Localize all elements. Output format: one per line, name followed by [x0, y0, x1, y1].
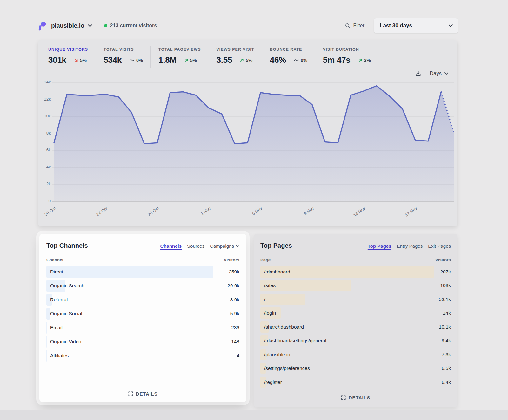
pages-list: /:dashboard 207k /sites 108k / 53.1k /lo… — [260, 265, 451, 389]
bar-track — [260, 280, 434, 291]
window-bottom-edge — [0, 410, 508, 420]
row-label: /sites — [260, 283, 276, 288]
bar-track — [46, 322, 213, 334]
tab-exit-pages[interactable]: Exit Pages — [428, 243, 451, 249]
tab-top-pages[interactable]: Top Pages — [368, 243, 391, 249]
chevron-down-icon — [88, 24, 92, 27]
bar-track — [46, 266, 213, 278]
row-value: 5.9k — [230, 311, 239, 317]
row-value: 24k — [443, 310, 451, 316]
plausible-logo-icon — [38, 21, 47, 31]
plausible-dashboard: plausible.io 213 current visitors Filter… — [0, 0, 508, 420]
table-row[interactable]: Organic Video 148 — [46, 335, 239, 349]
col-key: Page — [260, 258, 271, 262]
row-label: Organic Video — [46, 339, 81, 345]
row-value: 236 — [231, 325, 239, 331]
expand-icon — [341, 395, 346, 400]
bar-track — [46, 294, 213, 306]
filter-label: Filter — [353, 23, 364, 29]
row-value: 6.5k — [442, 365, 451, 371]
date-range-label: Last 30 days — [380, 23, 412, 29]
row-label: /plausible.io — [260, 352, 290, 358]
top-channels-card: Top Channels Channels Sources Campaigns … — [39, 234, 246, 402]
table-row[interactable]: Direct 259k — [46, 265, 239, 279]
card-header: Top Channels Channels Sources Campaigns — [46, 242, 239, 249]
table-row[interactable]: /:dashboard 207k — [260, 265, 451, 279]
row-value: 10.1k — [439, 324, 451, 330]
bar-track — [260, 307, 434, 319]
row-label: /share/:dashboard — [260, 324, 304, 330]
table-row[interactable]: Organic Search 29.9k — [46, 279, 239, 293]
table-row[interactable]: /share/:dashboard 10.1k — [260, 320, 451, 334]
row-label: /register — [260, 379, 282, 385]
row-label: Direct — [46, 269, 63, 275]
tab-channels[interactable]: Channels — [160, 243, 182, 249]
channels-tabs: Channels Sources Campaigns — [160, 243, 239, 249]
row-value: 207k — [440, 269, 451, 275]
row-label: Organic Search — [46, 283, 84, 289]
table-row[interactable]: /sites 108k — [260, 279, 451, 293]
chevron-down-icon — [449, 24, 453, 27]
table-row[interactable]: Referral 8.9k — [46, 293, 239, 307]
col-key: Channel — [46, 258, 63, 262]
table-row[interactable]: /settings/preferences 6.5k — [260, 362, 451, 376]
table-row[interactable]: /:dashboard/settings/general 9.4k — [260, 334, 451, 348]
row-value: 29.9k — [227, 283, 239, 289]
row-value: 8.9k — [230, 297, 239, 303]
expand-icon — [128, 391, 133, 396]
bar-track — [260, 377, 434, 388]
topbar: plausible.io 213 current visitors Filter… — [38, 17, 458, 34]
row-label: Email — [46, 325, 63, 331]
row-value: 108k — [440, 283, 451, 288]
row-label: Affiliates — [46, 353, 69, 358]
channels-list: Direct 259k Organic Search 29.9k Referra… — [46, 265, 239, 363]
site-switcher[interactable]: plausible.io — [51, 22, 92, 29]
site-name: plausible.io — [51, 22, 84, 29]
col-value: Visitors — [224, 258, 239, 262]
filter-button[interactable]: Filter — [345, 23, 364, 29]
details-label: DETAILS — [136, 391, 157, 397]
row-label: Organic Social — [46, 311, 82, 317]
row-value: 148 — [231, 339, 239, 345]
pages-tabs: Top Pages Entry Pages Exit Pages — [368, 243, 451, 249]
date-range-picker[interactable]: Last 30 days — [374, 18, 458, 33]
table-row[interactable]: /login 24k — [260, 306, 451, 320]
row-label: /settings/preferences — [260, 365, 310, 371]
row-label: Referral — [46, 297, 68, 303]
bar-track — [46, 350, 213, 362]
chart-plot-area — [54, 82, 454, 201]
table-row[interactable]: / 53.1k — [260, 292, 451, 306]
card-title: Top Pages — [260, 242, 292, 249]
table-row[interactable]: Email 236 — [46, 321, 239, 335]
row-value: 53.1k — [439, 297, 451, 302]
channels-details-button[interactable]: DETAILS — [39, 391, 246, 397]
visitors-chart[interactable]: 02k4k6k8k10k12k14k 20 Oct24 Oct28 Oct1 N… — [38, 40, 457, 226]
row-value: 4 — [237, 353, 239, 358]
row-label: /:dashboard — [260, 269, 290, 275]
table-row[interactable]: Affiliates 4 — [46, 349, 239, 363]
table-row[interactable]: Organic Social 5.9k — [46, 307, 239, 321]
row-value: 7.3k — [442, 352, 451, 358]
visitors-line-svg — [54, 82, 454, 201]
current-visitors-label: 213 current visitors — [110, 23, 157, 29]
live-dot-icon — [104, 24, 107, 27]
row-value: 259k — [229, 269, 239, 275]
row-value: 6.4k — [442, 379, 451, 385]
tab-sources[interactable]: Sources — [187, 243, 204, 249]
tab-entry-pages[interactable]: Entry Pages — [397, 243, 423, 249]
column-headers: Channel Visitors — [46, 258, 239, 262]
value-bar — [260, 294, 305, 305]
search-icon — [345, 23, 351, 29]
pages-details-button[interactable]: DETAILS — [254, 395, 457, 400]
row-value: 9.4k — [442, 338, 451, 344]
row-label: /login — [260, 310, 276, 316]
tab-campaigns[interactable]: Campaigns — [210, 243, 239, 249]
chevron-down-icon — [236, 245, 239, 247]
analytics-panel: UNIQUE VISITORS 301k 5% TOTAL VISITS 534… — [38, 40, 457, 226]
current-visitors[interactable]: 213 current visitors — [104, 23, 157, 29]
bar-track — [260, 294, 434, 305]
table-row[interactable]: /plausible.io 7.3k — [260, 348, 451, 362]
col-value: Visitors — [435, 258, 451, 262]
table-row[interactable]: /register 6.4k — [260, 375, 451, 389]
row-label: / — [260, 297, 265, 302]
